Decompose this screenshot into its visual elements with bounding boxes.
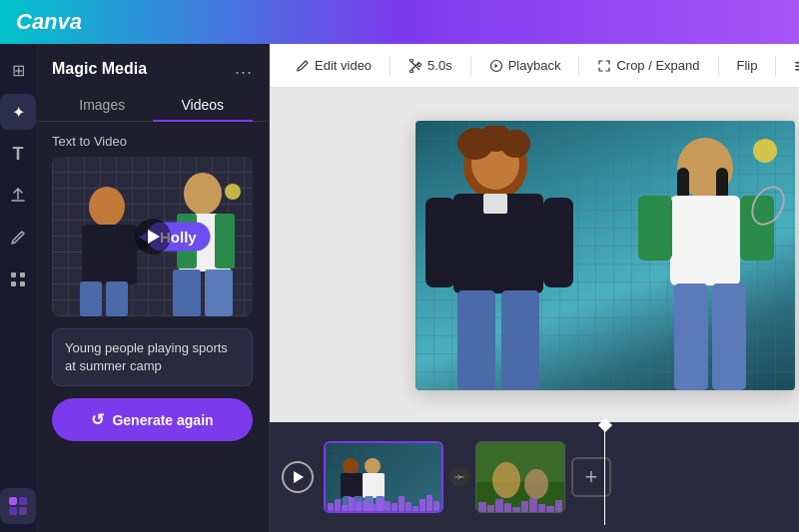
timeline-clip-1[interactable] bbox=[324, 441, 443, 513]
svg-rect-6 bbox=[9, 507, 17, 515]
flip-button[interactable]: Flip bbox=[727, 52, 768, 79]
sidebar-item-elements[interactable]: ✦ bbox=[0, 94, 36, 130]
svg-rect-32 bbox=[483, 194, 507, 214]
crop-icon bbox=[597, 59, 611, 73]
prompt-textarea[interactable]: Young people playing sports at summer ca… bbox=[52, 328, 253, 386]
scissors-icon bbox=[408, 59, 422, 73]
svg-point-57 bbox=[492, 462, 520, 498]
tabs: Images Videos bbox=[36, 89, 269, 122]
sidebar-item-text[interactable]: T bbox=[0, 136, 36, 172]
clip2-waveform bbox=[476, 496, 564, 512]
sidebar-item-draw[interactable] bbox=[0, 220, 36, 256]
svg-rect-42 bbox=[740, 196, 774, 261]
timeline-clips: + bbox=[324, 441, 799, 513]
toolbar-divider-4 bbox=[718, 56, 719, 76]
svg-rect-5 bbox=[19, 497, 27, 505]
svg-point-58 bbox=[524, 469, 548, 499]
panel-more-button[interactable]: ... bbox=[235, 58, 253, 79]
top-bar: Canva bbox=[0, 0, 799, 44]
panel-title: Magic Media bbox=[52, 60, 147, 78]
main-layout: ⊞ ✦ T Magic Media ... Images Videos bbox=[0, 44, 799, 532]
playback-button[interactable]: Playback bbox=[479, 52, 571, 79]
timeline-play-button[interactable] bbox=[282, 461, 314, 493]
edit-video-button[interactable]: Edit video bbox=[286, 52, 382, 79]
sidebar-icons: ⊞ ✦ T bbox=[0, 44, 36, 532]
play-button[interactable] bbox=[135, 219, 171, 255]
svg-rect-22 bbox=[795, 65, 799, 67]
figure-right bbox=[620, 126, 785, 390]
sidebar-item-brand[interactable] bbox=[0, 488, 36, 524]
svg-rect-4 bbox=[9, 497, 17, 505]
svg-rect-21 bbox=[795, 62, 799, 64]
content-area: Edit video 5.0s Playback Crop / Expand F… bbox=[270, 44, 799, 532]
toolbar-divider-3 bbox=[578, 56, 579, 76]
toolbar-divider-5 bbox=[775, 56, 776, 76]
svg-rect-7 bbox=[19, 507, 27, 515]
svg-rect-0 bbox=[11, 272, 16, 277]
sidebar-item-grid[interactable]: ⊞ bbox=[0, 52, 36, 88]
svg-point-51 bbox=[365, 458, 381, 474]
crop-expand-button[interactable]: Crop / Expand bbox=[587, 52, 709, 79]
timeline-clip-2[interactable] bbox=[475, 441, 565, 513]
sidebar-item-apps[interactable] bbox=[0, 262, 36, 297]
svg-rect-44 bbox=[712, 283, 746, 390]
svg-rect-3 bbox=[20, 281, 25, 286]
svg-rect-40 bbox=[670, 196, 740, 285]
playhead-line bbox=[604, 430, 605, 525]
svg-rect-43 bbox=[674, 283, 708, 390]
panel-header: Magic Media ... bbox=[36, 44, 269, 89]
svg-rect-23 bbox=[795, 69, 799, 71]
more-options-button[interactable] bbox=[784, 52, 799, 80]
main-video bbox=[415, 121, 795, 390]
tab-images[interactable]: Images bbox=[52, 89, 153, 121]
svg-rect-35 bbox=[457, 290, 495, 390]
tab-videos[interactable]: Videos bbox=[153, 89, 254, 121]
generate-button[interactable]: ↺ Generate again bbox=[52, 398, 253, 441]
sidebar-item-upload[interactable] bbox=[0, 178, 36, 214]
clip-waveform bbox=[326, 495, 441, 511]
playback-icon bbox=[489, 59, 503, 73]
main-video-bg bbox=[415, 121, 795, 390]
refresh-icon: ↺ bbox=[91, 410, 104, 429]
svg-point-30 bbox=[500, 130, 530, 158]
svg-rect-41 bbox=[638, 196, 672, 261]
toolbar-divider bbox=[390, 56, 391, 76]
svg-point-45 bbox=[753, 139, 777, 163]
svg-rect-2 bbox=[11, 281, 16, 286]
svg-rect-34 bbox=[543, 198, 573, 287]
duration-button[interactable]: 5.0s bbox=[399, 52, 462, 79]
play-overlay bbox=[52, 157, 253, 316]
panel: Magic Media ... Images Videos Text to Vi… bbox=[36, 44, 270, 532]
canvas-area bbox=[270, 88, 799, 422]
timeline-area: + bbox=[270, 422, 799, 532]
clip-connector bbox=[449, 467, 469, 487]
edit-icon bbox=[296, 59, 310, 73]
playhead bbox=[600, 422, 610, 525]
svg-point-47 bbox=[343, 458, 359, 474]
svg-rect-36 bbox=[501, 290, 539, 390]
toolbar-divider-2 bbox=[470, 56, 471, 76]
menu-icon bbox=[794, 58, 799, 74]
video-preview: Holly bbox=[52, 157, 253, 316]
figure-left bbox=[425, 126, 595, 390]
svg-rect-1 bbox=[20, 272, 25, 277]
canva-logo: Canva bbox=[16, 9, 82, 35]
section-label: Text to Video bbox=[36, 122, 269, 157]
toolbar: Edit video 5.0s Playback Crop / Expand F… bbox=[270, 44, 799, 88]
svg-rect-33 bbox=[425, 198, 455, 287]
